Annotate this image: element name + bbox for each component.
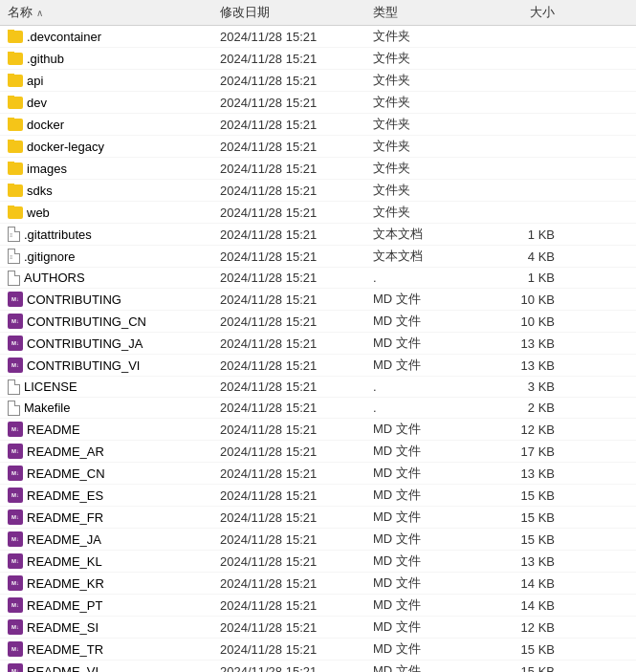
file-type-cell: MD 文件 xyxy=(373,291,488,308)
md-icon xyxy=(8,314,23,329)
table-row[interactable]: sdks 2024/11/28 15:21 文件夹 xyxy=(0,180,636,202)
file-date-cell: 2024/11/28 15:21 xyxy=(220,162,373,176)
file-name-cell: README_KR xyxy=(0,575,220,591)
file-type-cell: MD 文件 xyxy=(373,662,488,672)
file-type-cell: MD 文件 xyxy=(373,596,488,614)
file-date-cell: 2024/11/28 15:21 xyxy=(220,444,373,459)
table-row[interactable]: README_FR 2024/11/28 15:21 MD 文件 15 KB xyxy=(0,507,636,529)
file-date-cell: 2024/11/28 15:21 xyxy=(220,423,373,437)
file-size-cell: 10 KB xyxy=(488,293,564,307)
file-size-cell: 1 KB xyxy=(488,228,564,242)
table-row[interactable]: README_VI 2024/11/28 15:21 MD 文件 15 KB xyxy=(0,661,636,672)
file-name-cell: docker xyxy=(0,118,220,132)
file-name-cell: AUTHORS xyxy=(0,271,220,286)
file-name-cell: sdks xyxy=(0,184,220,198)
file-date-cell: 2024/11/28 15:21 xyxy=(220,249,373,264)
table-row[interactable]: README_TR 2024/11/28 15:21 MD 文件 15 KB xyxy=(0,639,636,661)
col-date-label: 修改日期 xyxy=(220,5,270,19)
file-date-cell: 2024/11/28 15:21 xyxy=(220,664,373,673)
file-date-cell: 2024/11/28 15:21 xyxy=(220,554,373,569)
table-row[interactable]: LICENSE 2024/11/28 15:21 . 3 KB xyxy=(0,377,636,398)
folder-icon xyxy=(8,184,23,197)
file-name-cell: README_PT xyxy=(0,597,220,613)
file-name-cell: README_VI xyxy=(0,663,220,672)
table-row[interactable]: README 2024/11/28 15:21 MD 文件 12 KB xyxy=(0,419,636,441)
file-date-cell: 2024/11/28 15:21 xyxy=(220,206,373,220)
md-icon xyxy=(8,488,23,503)
table-header[interactable]: 名称 ∧ 修改日期 类型 大小 xyxy=(0,0,636,26)
table-row[interactable]: CONTRIBUTING_CN 2024/11/28 15:21 MD 文件 1… xyxy=(0,311,636,333)
column-header-size[interactable]: 大小 xyxy=(488,4,564,21)
file-name-text: LICENSE xyxy=(24,379,77,394)
table-row[interactable]: Makefile 2024/11/28 15:21 . 2 KB xyxy=(0,398,636,419)
file-name-text: README_JA xyxy=(27,532,101,547)
file-name-cell: .github xyxy=(0,52,220,66)
file-date-cell: 2024/11/28 15:21 xyxy=(220,642,373,657)
table-row[interactable]: README_JA 2024/11/28 15:21 MD 文件 15 KB xyxy=(0,529,636,551)
table-row[interactable]: CONTRIBUTING_VI 2024/11/28 15:21 MD 文件 1… xyxy=(0,355,636,377)
file-name-cell: README_TR xyxy=(0,641,220,657)
table-row[interactable]: images 2024/11/28 15:21 文件夹 xyxy=(0,158,636,180)
file-name-cell: CONTRIBUTING_CN xyxy=(0,314,220,329)
folder-icon xyxy=(8,206,23,219)
table-row[interactable]: README_KL 2024/11/28 15:21 MD 文件 13 KB xyxy=(0,551,636,573)
column-header-name[interactable]: 名称 ∧ xyxy=(0,4,220,21)
file-date-cell: 2024/11/28 15:21 xyxy=(220,598,373,613)
file-name-text: sdks xyxy=(27,184,53,198)
table-row[interactable]: CONTRIBUTING_JA 2024/11/28 15:21 MD 文件 1… xyxy=(0,333,636,355)
folder-icon xyxy=(8,141,23,153)
table-row[interactable]: README_ES 2024/11/28 15:21 MD 文件 15 KB xyxy=(0,485,636,507)
table-row[interactable]: .gitignore 2024/11/28 15:21 文本文档 4 KB xyxy=(0,246,636,268)
file-name-cell: README_ES xyxy=(0,488,220,503)
column-header-type[interactable]: 类型 xyxy=(373,4,488,21)
table-row[interactable]: .devcontainer 2024/11/28 15:21 文件夹 xyxy=(0,26,636,48)
table-row[interactable]: README_AR 2024/11/28 15:21 MD 文件 17 KB xyxy=(0,441,636,463)
folder-icon xyxy=(8,53,23,65)
file-name-cell: Makefile xyxy=(0,401,220,416)
md-icon xyxy=(8,509,23,525)
md-icon xyxy=(8,663,23,672)
file-name-text: web xyxy=(27,206,50,220)
table-row[interactable]: README_PT 2024/11/28 15:21 MD 文件 14 KB xyxy=(0,595,636,617)
file-name-text: README_ES xyxy=(27,488,103,503)
file-name-text: CONTRIBUTING xyxy=(27,293,121,307)
file-name-text: docker xyxy=(27,118,64,132)
file-name-cell: README xyxy=(0,422,220,437)
file-type-cell: MD 文件 xyxy=(373,443,488,460)
file-name-cell: CONTRIBUTING xyxy=(0,292,220,307)
table-row[interactable]: .gitattributes 2024/11/28 15:21 文本文档 1 K… xyxy=(0,224,636,246)
file-size-cell: 15 KB xyxy=(488,488,564,503)
file-size-cell: 14 KB xyxy=(488,598,564,613)
table-row[interactable]: web 2024/11/28 15:21 文件夹 xyxy=(0,202,636,224)
file-date-cell: 2024/11/28 15:21 xyxy=(220,118,373,132)
file-type-cell: . xyxy=(373,271,488,285)
table-row[interactable]: AUTHORS 2024/11/28 15:21 . 1 KB xyxy=(0,268,636,289)
file-name-cell: .gitattributes xyxy=(0,227,220,242)
file-type-cell: MD 文件 xyxy=(373,640,488,658)
table-row[interactable]: CONTRIBUTING 2024/11/28 15:21 MD 文件 10 K… xyxy=(0,289,636,311)
table-row[interactable]: README_CN 2024/11/28 15:21 MD 文件 13 KB xyxy=(0,463,636,485)
file-icon xyxy=(8,271,20,286)
table-row[interactable]: README_SI 2024/11/28 15:21 MD 文件 12 KB xyxy=(0,617,636,639)
file-size-cell: 15 KB xyxy=(488,532,564,547)
md-icon xyxy=(8,422,23,437)
col-type-label: 类型 xyxy=(373,5,398,19)
file-type-cell: MD 文件 xyxy=(373,313,488,330)
col-name-label: 名称 xyxy=(8,4,33,21)
file-name-text: README_KL xyxy=(27,554,102,569)
file-size-cell: 2 KB xyxy=(488,401,564,415)
column-header-date[interactable]: 修改日期 xyxy=(220,4,373,21)
file-icon xyxy=(8,401,20,416)
file-size-cell: 17 KB xyxy=(488,444,564,459)
file-type-cell: MD 文件 xyxy=(373,421,488,438)
table-row[interactable]: docker-legacy 2024/11/28 15:21 文件夹 xyxy=(0,136,636,158)
table-row[interactable]: .github 2024/11/28 15:21 文件夹 xyxy=(0,48,636,70)
table-row[interactable]: docker 2024/11/28 15:21 文件夹 xyxy=(0,114,636,136)
table-row[interactable]: api 2024/11/28 15:21 文件夹 xyxy=(0,70,636,92)
file-icon xyxy=(8,379,20,395)
file-size-cell: 3 KB xyxy=(488,379,564,394)
file-type-cell: 文件夹 xyxy=(373,28,488,45)
table-row[interactable]: README_KR 2024/11/28 15:21 MD 文件 14 KB xyxy=(0,573,636,595)
file-date-cell: 2024/11/28 15:21 xyxy=(220,228,373,242)
table-row[interactable]: dev 2024/11/28 15:21 文件夹 xyxy=(0,92,636,114)
